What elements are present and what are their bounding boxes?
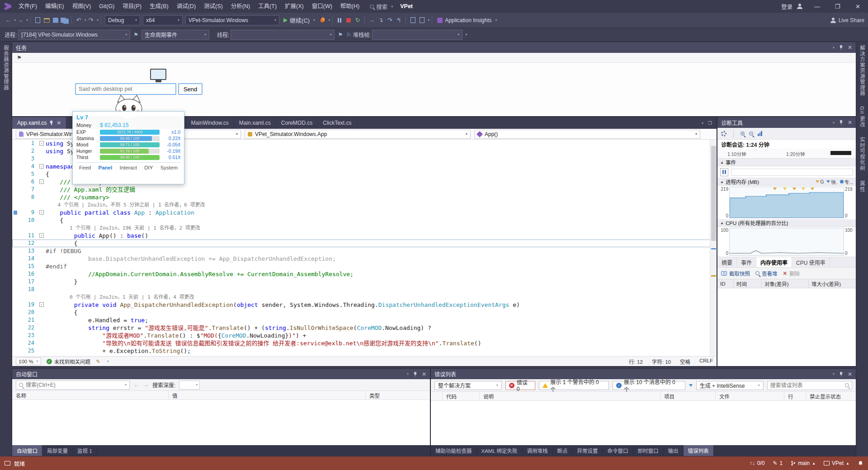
restart-icon[interactable]: ↻ xyxy=(353,15,362,25)
dock-tab[interactable]: 断点 xyxy=(553,445,573,456)
step-over-icon[interactable]: ↷ xyxy=(385,15,394,25)
menu-item[interactable]: 视图(V) xyxy=(68,0,95,13)
close-icon[interactable]: ✕ xyxy=(57,120,61,126)
dock-tab[interactable]: 辅助功能检查器 xyxy=(431,445,477,456)
line-ending-indicator[interactable]: CRLF xyxy=(699,358,713,365)
menu-item[interactable]: 测试(S) xyxy=(200,0,227,13)
dock-tab[interactable]: 局部变量 xyxy=(42,445,73,456)
break-all-icon[interactable] xyxy=(335,15,344,25)
autos-column-header[interactable]: 名称 xyxy=(12,391,169,400)
target-indicator[interactable]: VPet ▲ xyxy=(824,460,849,466)
undo-icon[interactable]: ↶ xyxy=(74,15,83,25)
table-column-header[interactable]: 堆大小(差异) xyxy=(809,279,856,288)
diag-action-button[interactable]: 查看堆 xyxy=(755,270,778,277)
continue-button[interactable]: 继续(C) ▾ xyxy=(281,15,318,25)
pet-tab-system[interactable]: System xyxy=(160,165,178,170)
table-column-header[interactable]: 时间 xyxy=(734,279,762,288)
zoom-dropdown[interactable]: 100 %▾ xyxy=(16,357,41,365)
type-dropdown[interactable]: VPet_Simulator.Windows.App▾ xyxy=(245,130,471,139)
zoom-in-icon[interactable]: + xyxy=(741,132,745,136)
menu-item[interactable]: 帮助(H) xyxy=(336,0,363,13)
autos-search-box[interactable]: ▾ xyxy=(16,381,130,390)
code-line[interactable]: 23 "游戏或者MOD".Translate() : $"MOD({CoreMO… xyxy=(12,332,717,339)
close-icon[interactable]: ✕ xyxy=(848,44,852,51)
editor-scrollbar[interactable] xyxy=(710,140,717,357)
error-column-header[interactable]: 禁止显示状态 xyxy=(806,392,856,400)
code-line[interactable]: 19- private void App_DispatcherUnhandled… xyxy=(12,301,717,309)
fold-toggle-icon[interactable]: - xyxy=(39,164,44,169)
pin-icon[interactable] xyxy=(839,120,843,125)
new-file-icon[interactable] xyxy=(33,15,42,25)
search-box[interactable]: 搜索 ▾ xyxy=(370,2,393,11)
member-dropdown[interactable]: App()▾ xyxy=(474,130,700,139)
scope-dropdown[interactable]: 整个解决方案▾ xyxy=(434,381,502,390)
spaces-indicator[interactable]: 空格 xyxy=(680,358,690,365)
startup-project-dropdown[interactable]: VPet-Simulator.Windows▾ xyxy=(185,15,279,25)
window-position-icon[interactable]: ▾ xyxy=(833,121,835,125)
chart-icon[interactable] xyxy=(758,131,762,136)
codelens-info[interactable]: 4 个引用 | ZouJin，不到 5 分钟之前 | 1 名作者，6 项更改 xyxy=(46,201,717,209)
fold-toggle-icon[interactable]: - xyxy=(39,210,44,215)
error-column-header[interactable]: 文件 xyxy=(716,392,784,400)
minimize-button[interactable]: — xyxy=(807,0,827,13)
branch-indicator[interactable]: main ▲ xyxy=(791,460,816,466)
side-tab[interactable]: Git 更改 xyxy=(859,106,866,127)
code-line[interactable]: 8 /// </summary> xyxy=(12,193,717,201)
code-line[interactable]: 11- public App() : base() xyxy=(12,232,717,240)
diag-action-button[interactable]: 截取快照 xyxy=(721,270,750,277)
close-button[interactable]: ✕ xyxy=(848,0,868,13)
warnings-filter-button[interactable]: 展示 1 个警告中的 0 个 xyxy=(539,381,609,390)
pet-tab-interact[interactable]: Interact xyxy=(120,165,137,170)
window-position-icon[interactable]: ▾ xyxy=(833,46,835,50)
menu-item[interactable]: 窗口(W) xyxy=(308,0,336,13)
flag-icon[interactable]: ⚑ xyxy=(338,32,343,38)
thread-dropdown[interactable]: ▾ xyxy=(231,30,335,40)
scrollbar-thumb[interactable] xyxy=(711,146,716,241)
code-line[interactable]: 21 e.Handled = true; xyxy=(12,316,717,324)
menu-item[interactable]: 生成(B) xyxy=(146,0,173,13)
fold-toggle-icon[interactable]: - xyxy=(39,233,44,238)
sidebar-tab-server-explorer[interactable]: 服务器资源管理器 xyxy=(2,45,9,90)
dock-tab[interactable]: 即时窗口 xyxy=(633,445,664,456)
errors-filter-button[interactable]: ✕ 错误 0 xyxy=(505,381,536,390)
show-next-statement-icon[interactable]: → xyxy=(367,15,376,25)
error-column-header[interactable]: 说明 xyxy=(480,392,660,400)
menu-item[interactable]: 工具(T) xyxy=(254,0,281,13)
solution-config-dropdown[interactable]: Debug▾ xyxy=(105,15,140,25)
window-position-icon[interactable]: ▾ xyxy=(833,372,835,376)
search-depth-dropdown[interactable]: ▾ xyxy=(179,381,200,390)
pen-icon[interactable]: ✎ xyxy=(96,358,100,365)
source-filter-dropdown[interactable]: 生成 + IntelliSense▾ xyxy=(696,381,764,390)
save-icon[interactable] xyxy=(51,15,60,25)
dock-tab[interactable]: 命令窗口 xyxy=(603,445,633,456)
table-column-header[interactable]: 对象(差异) xyxy=(762,279,809,288)
forward-icon[interactable]: → xyxy=(16,15,25,25)
autos-titlebar[interactable]: 自动窗口 ▾ ✕ xyxy=(12,369,430,379)
editor-tab[interactable]: CoreMOD.cs xyxy=(276,117,318,129)
pet-send-button[interactable]: Send xyxy=(178,83,203,95)
side-tab[interactable]: 解决方案资源管理器 xyxy=(859,45,866,96)
code-line[interactable]: 15#endif xyxy=(12,263,717,270)
redo-icon[interactable]: ↷ xyxy=(86,15,95,25)
code-line[interactable]: 10 { xyxy=(12,216,717,224)
prev-result-icon[interactable]: ← xyxy=(133,381,139,388)
code-line[interactable]: 13#if !DEBUG xyxy=(12,247,717,255)
menu-item[interactable]: Git(G) xyxy=(95,0,118,13)
error-column-header[interactable]: 行 xyxy=(784,392,806,400)
platform-dropdown[interactable]: x64▾ xyxy=(143,15,183,25)
pet-tab-diy[interactable]: DIY xyxy=(144,165,153,170)
code-line[interactable]: 22 string errstr = "游戏发生错误,可能是".Translat… xyxy=(12,324,717,332)
code-line[interactable]: 12 { xyxy=(12,240,717,247)
code-line[interactable]: 14 base.DispatcherUnhandledException += … xyxy=(12,255,717,263)
close-icon[interactable]: ✕ xyxy=(848,119,852,126)
float-window-icon[interactable]: ❐ xyxy=(708,121,712,126)
account-icon[interactable] xyxy=(797,4,802,9)
flag-icon[interactable]: ⚐ xyxy=(346,32,351,38)
menu-item[interactable]: 调试(D) xyxy=(173,0,200,13)
application-insights-dropdown[interactable]: Application Insights ▾ xyxy=(437,17,497,24)
pet-chat-input[interactable] xyxy=(75,83,176,95)
code-health-indicator[interactable]: ✓ 未找到相关问题 xyxy=(47,358,91,365)
menu-item[interactable]: 分析(N) xyxy=(227,0,254,13)
menu-item[interactable]: 编辑(E) xyxy=(41,0,68,13)
code-line[interactable]: 25 + e.Exception.ToString(); xyxy=(12,347,717,355)
